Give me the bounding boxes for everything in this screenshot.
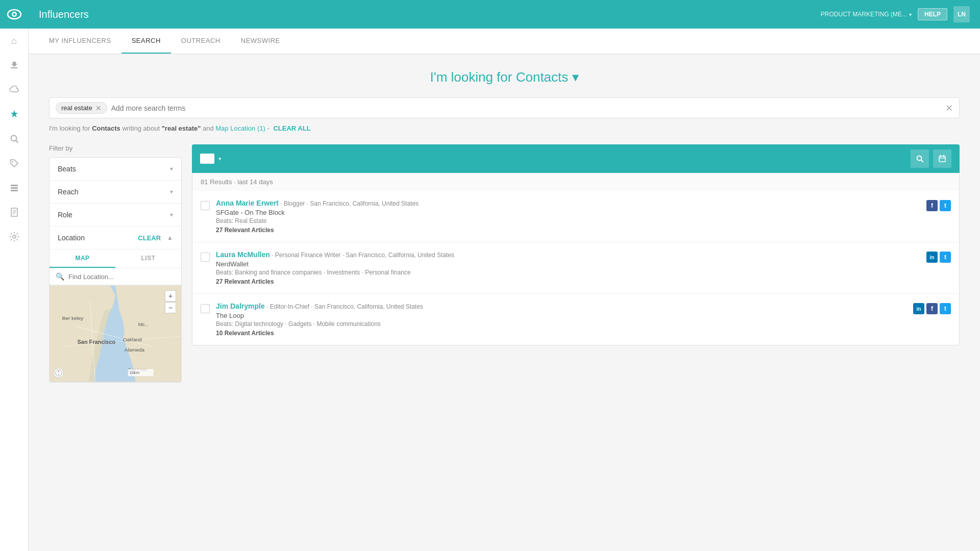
account-chevron-icon: ▾: [909, 12, 912, 17]
filter-reach[interactable]: Reach ▾: [50, 181, 181, 204]
results-panel: ▾ 81 Results · last 14 days: [192, 144, 960, 383]
social-icons-2: in t: [926, 252, 951, 263]
location-tab-list[interactable]: LIST: [115, 249, 181, 268]
contact-checkbox-1[interactable]: [201, 201, 210, 210]
svg-text:Alameda: Alameda: [125, 347, 145, 353]
desc-middle: writing about: [120, 124, 162, 132]
contact-info-1: Anna Marie Erwert · Blogger · San Franci…: [216, 199, 920, 234]
desc-prefix: I'm looking for: [49, 124, 92, 132]
map-zoom-controls: + −: [165, 290, 176, 313]
svg-rect-10: [11, 190, 18, 191]
avatar[interactable]: LN: [953, 6, 970, 22]
location-tab-map[interactable]: MAP: [50, 249, 115, 268]
results-header: ▾: [192, 144, 960, 173]
facebook-icon[interactable]: f: [926, 200, 938, 211]
contacts-list: Anna Marie Erwert · Blogger · San Franci…: [192, 191, 960, 345]
zoom-in-button[interactable]: +: [165, 290, 176, 302]
filter-role[interactable]: Role ▾: [50, 204, 181, 226]
sidebar-item-search-nav[interactable]: [0, 127, 29, 151]
location-clear-button[interactable]: CLEAR: [138, 234, 161, 242]
type-chevron-icon[interactable]: ▾: [568, 69, 578, 85]
map-location-link[interactable]: Map Location (1): [215, 124, 265, 132]
tab-newswire[interactable]: NEWSWIRE: [231, 29, 290, 54]
tag-label: real estate: [61, 104, 92, 112]
location-search-input[interactable]: [68, 273, 175, 281]
looking-for-prefix: I'm looking for: [430, 69, 516, 85]
contact-pub-1: SFGate - On The Block: [216, 209, 920, 216]
results-info: 81 Results · last 14 days: [192, 173, 960, 191]
filter-label: Filter by: [49, 144, 182, 152]
desc-and: and: [201, 124, 215, 132]
topbar: Influencers PRODUCT MARKETING (ME... ▾ H…: [29, 0, 980, 29]
results-view-selector[interactable]: [200, 154, 214, 164]
topbar-right: PRODUCT MARKETING (ME... ▾ HELP LN: [821, 6, 970, 22]
facebook-icon[interactable]: f: [926, 303, 938, 314]
location-header-right: CLEAR ▲: [138, 234, 173, 242]
sidebar-item-settings[interactable]: [0, 224, 29, 249]
contact-card: Jim Dalrymple · Editor-In-Chief · San Fr…: [192, 294, 959, 345]
app-logo[interactable]: [0, 0, 29, 29]
zoom-out-button[interactable]: −: [165, 302, 176, 313]
twitter-icon[interactable]: t: [940, 252, 951, 263]
results-search-button[interactable]: [911, 149, 929, 168]
twitter-icon[interactable]: t: [940, 200, 951, 211]
search-header: I'm looking for Contacts ▾: [49, 69, 960, 85]
tab-my-influencers[interactable]: MY INFLUENCERS: [39, 29, 121, 54]
linkedin-icon[interactable]: in: [913, 303, 924, 314]
sidebar-item-docs[interactable]: [0, 200, 29, 224]
contact-checkbox-2[interactable]: [201, 253, 210, 262]
sidebar-item-tags[interactable]: [0, 151, 29, 176]
contact-name-2[interactable]: Laura McMullen: [216, 251, 270, 259]
location-label: Location: [58, 234, 85, 242]
search-description: I'm looking for Contacts writing about "…: [49, 124, 960, 132]
desc-dash: -: [265, 124, 272, 132]
contact-name-3[interactable]: Jim Dalrymple: [216, 302, 265, 310]
location-tabs: MAP LIST: [50, 249, 181, 268]
social-icons-1: f t: [926, 200, 951, 211]
contact-checkbox-3[interactable]: [201, 304, 210, 313]
account-selector[interactable]: PRODUCT MARKETING (ME... ▾: [821, 11, 912, 18]
body-layout: Filter by Beats ▾ Reach ▾ Role ▾: [49, 144, 960, 383]
sidebar-item-home[interactable]: ⌂: [0, 29, 29, 53]
location-collapse-icon[interactable]: ▲: [167, 234, 173, 241]
sidebar: ⌂: [0, 0, 29, 551]
map-view[interactable]: San Francisco Oakland Alameda Ber keley …: [50, 285, 181, 382]
svg-point-7: [12, 161, 13, 162]
results-header-right: [911, 149, 951, 168]
contact-name-1[interactable]: Anna Marie Erwert: [216, 199, 279, 207]
linkedin-icon[interactable]: in: [926, 252, 938, 263]
clear-all-button[interactable]: CLEAR ALL: [273, 124, 310, 132]
svg-rect-33: [939, 156, 945, 162]
svg-point-15: [13, 235, 16, 238]
twitter-icon[interactable]: t: [940, 303, 951, 314]
filter-panel: Filter by Beats ▾ Reach ▾ Role ▾: [49, 144, 182, 383]
contact-articles-3: 10 Relevant Articles: [216, 330, 907, 337]
svg-rect-3: [11, 67, 18, 68]
filter-beats[interactable]: Beats ▾: [50, 158, 181, 181]
contact-pub-2: NerdWallet: [216, 260, 920, 268]
sidebar-item-download[interactable]: [0, 53, 29, 78]
desc-term: "real estate": [162, 124, 201, 132]
results-calendar-button[interactable]: [933, 149, 951, 168]
sidebar-item-influencers[interactable]: [0, 102, 29, 127]
svg-text:Mo...: Mo...: [138, 322, 149, 327]
sidebar-item-cloud[interactable]: [0, 78, 29, 102]
tag-remove-button[interactable]: ✕: [95, 105, 102, 112]
search-input[interactable]: [111, 104, 941, 112]
help-button[interactable]: HELP: [918, 8, 947, 20]
view-dropdown-icon[interactable]: ▾: [218, 156, 222, 162]
tab-search[interactable]: SEARCH: [121, 29, 171, 54]
svg-text:10km: 10km: [130, 370, 140, 375]
contact-card: Laura McMullen · Personal Finance Writer…: [192, 242, 959, 294]
tab-outreach[interactable]: OUTREACH: [171, 29, 231, 54]
sidebar-item-lists[interactable]: [0, 176, 29, 200]
nav-tabs: MY INFLUENCERS SEARCH OUTREACH NEWSWIRE: [29, 29, 980, 54]
location-search-bar: 🔍: [50, 268, 181, 285]
search-clear-button[interactable]: ✕: [945, 103, 953, 114]
contact-beats-1: Beats: Real Estate: [216, 217, 920, 224]
results-header-left: ▾: [200, 154, 222, 164]
search-type-selector[interactable]: Contacts: [516, 69, 569, 85]
svg-rect-9: [11, 187, 18, 189]
svg-point-2: [13, 13, 15, 16]
contact-meta-1: · Blogger · San Francisco, California, U…: [279, 200, 419, 207]
